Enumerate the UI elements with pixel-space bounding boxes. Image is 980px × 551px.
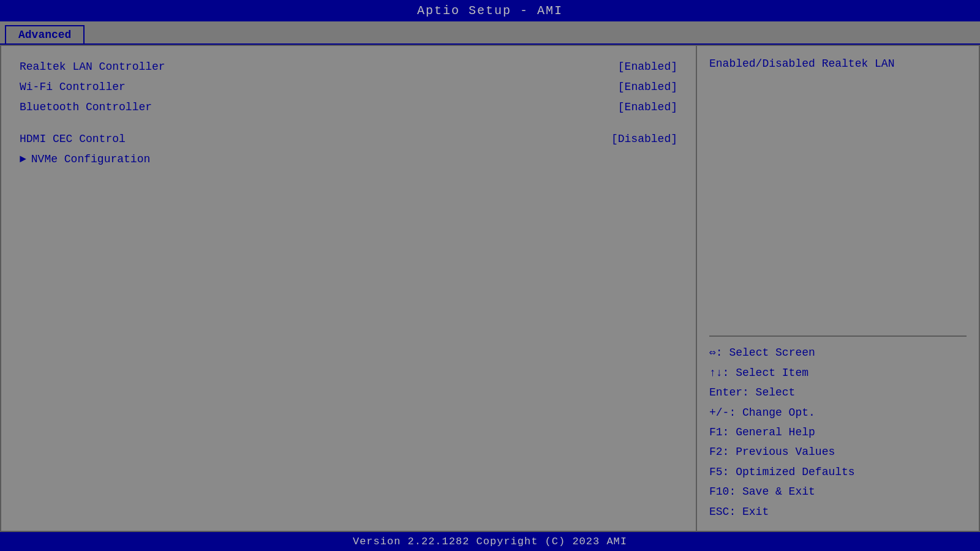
shortcut-select-item: ↑↓: Select Item <box>709 363 967 383</box>
item-value-realtek-lan: [Enabled] <box>618 58 677 76</box>
shortcut-general-help: F1: General Help <box>709 422 967 442</box>
item-label-nvme: NVMe Configuration <box>31 151 150 168</box>
shortcut-esc-exit: ESC: Exit <box>709 502 967 522</box>
separator-1 <box>20 118 677 130</box>
menu-item-wifi[interactable]: Wi-Fi Controller [Enabled] <box>20 78 677 96</box>
divider <box>709 335 967 337</box>
menu-item-realtek-lan[interactable]: Realtek LAN Controller [Enabled] <box>20 58 677 76</box>
help-text: Enabled/Disabled Realtek LAN <box>709 55 967 329</box>
arrow-icon-nvme: ► <box>20 151 26 168</box>
tab-advanced[interactable]: Advanced <box>5 25 85 43</box>
menu-item-hdmi-cec[interactable]: HDMI CEC Control [Disabled] <box>20 130 677 148</box>
shortcuts: ⇔: Select Screen ↑↓: Select Item Enter: … <box>709 343 967 522</box>
right-panel: Enabled/Disabled Realtek LAN ⇔: Select S… <box>697 46 979 531</box>
help-text-content: Enabled/Disabled Realtek LAN <box>709 58 894 70</box>
item-value-hdmi-cec: [Disabled] <box>611 130 677 148</box>
item-value-wifi: [Enabled] <box>618 78 677 96</box>
shortcut-change-opt: +/-: Change Opt. <box>709 403 967 422</box>
shortcut-select-screen: ⇔: Select Screen <box>709 343 967 362</box>
shortcut-save-exit: F10: Save & Exit <box>709 482 967 501</box>
main-content: Realtek LAN Controller [Enabled] Wi-Fi C… <box>0 45 980 532</box>
app-title: Aptio Setup - AMI <box>417 4 563 18</box>
shortcut-optimized-defaults: F5: Optimized Defaults <box>709 462 967 482</box>
tab-bar: Advanced <box>0 21 980 45</box>
item-label-bluetooth: Bluetooth Controller <box>20 99 152 116</box>
title-bar: Aptio Setup - AMI <box>0 0 980 21</box>
shortcut-enter-select: Enter: Select <box>709 383 967 402</box>
shortcut-previous-values: F2: Previous Values <box>709 442 967 462</box>
item-label-realtek-lan: Realtek LAN Controller <box>20 58 165 76</box>
app: Aptio Setup - AMI Advanced Realtek LAN C… <box>0 0 980 551</box>
item-value-bluetooth: [Enabled] <box>618 99 677 116</box>
footer: Version 2.22.1282 Copyright (C) 2023 AMI <box>0 532 980 551</box>
item-label-hdmi-cec: HDMI CEC Control <box>20 130 126 148</box>
left-panel: Realtek LAN Controller [Enabled] Wi-Fi C… <box>1 46 697 531</box>
menu-item-nvme[interactable]: ► NVMe Configuration <box>20 151 677 168</box>
footer-text: Version 2.22.1282 Copyright (C) 2023 AMI <box>353 536 627 547</box>
item-label-wifi: Wi-Fi Controller <box>20 78 126 96</box>
menu-item-bluetooth[interactable]: Bluetooth Controller [Enabled] <box>20 99 677 116</box>
